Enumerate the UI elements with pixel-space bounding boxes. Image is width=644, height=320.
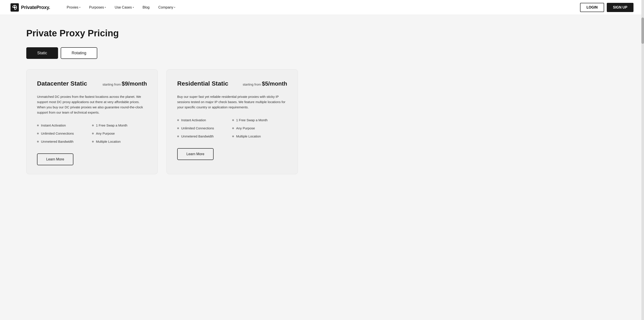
feature-item: Unlimited Connections [37,130,92,137]
card-title: Residential Static [177,80,228,87]
nav-item-proxies[interactable]: Proxies ▾ [63,4,84,11]
residential-learn-more-button[interactable]: Learn More [177,148,214,160]
feature-bullet [177,119,179,121]
login-button[interactable]: LOGIN [580,3,604,12]
feature-bullet [232,119,234,121]
logo-text: PrivateProxy. [21,4,50,10]
nav-auth: LOGIN SIGN UP [580,3,634,12]
rotating-toggle-button[interactable]: Rotating [61,47,97,59]
feature-item: 1 Free Swap a Month [92,122,147,128]
feature-item: Instant Activation [177,117,232,123]
feature-item: Any Purpose [232,125,287,131]
price-amount: $9/month [122,80,147,87]
scrollbar[interactable] [641,0,644,192]
feature-bullet [92,125,94,126]
nav-item-blog[interactable]: Blog [139,4,153,11]
logo-icon [10,3,19,11]
feature-bullet [177,127,179,129]
proxy-type-toggle: Static Rotating [26,47,298,59]
feature-item: Instant Activation [37,122,92,128]
feature-bullet [37,133,39,134]
static-toggle-button[interactable]: Static [26,47,58,59]
pricing-cards-grid: Datacenter Static starting from $9/month… [26,69,298,174]
feature-item: 1 Free Swap a Month [232,117,287,123]
navbar: PrivateProxy. Proxies ▾ Purposes ▾ Use C… [0,0,644,15]
feature-bullet [232,127,234,129]
chevron-down-icon: ▾ [174,6,175,8]
price-amount: $5/month [262,80,287,87]
card-header: Datacenter Static starting from $9/month [37,80,147,87]
residential-static-card: Residential Static starting from $5/mont… [166,69,298,174]
feature-bullet [92,141,94,142]
nav-links: Proxies ▾ Purposes ▾ Use Cases ▾ Blog Co… [63,4,580,11]
card-description: Unmatched DC proxies from the fastest lo… [37,94,147,115]
chevron-down-icon: ▾ [79,6,80,8]
feature-item: Multiple Location [232,133,287,139]
logo-link[interactable]: PrivateProxy. [10,3,50,11]
card-price: starting from $5/month [243,80,287,87]
signup-button[interactable]: SIGN UP [607,3,634,12]
chevron-down-icon: ▾ [105,6,106,8]
card-title: Datacenter Static [37,80,87,87]
feature-bullet [37,125,39,126]
features-list: Instant Activation 1 Free Swap a Month U… [177,117,287,139]
feature-bullet [232,135,234,137]
card-description: Buy our super fast yet reliable resident… [177,94,287,110]
scrollbar-thumb[interactable] [641,17,644,44]
nav-item-company[interactable]: Company ▾ [155,4,179,11]
nav-item-purposes[interactable]: Purposes ▾ [86,4,110,11]
chevron-down-icon: ▾ [133,6,134,8]
card-price: starting from $9/month [102,80,147,87]
main-content: Private Proxy Pricing Static Rotating Da… [0,15,324,192]
starting-from-label: starting from [102,82,121,86]
starting-from-label: starting from [243,82,261,86]
feature-item: Unmetered Bandwidth [37,138,92,145]
feature-bullet [92,133,94,134]
datacenter-learn-more-button[interactable]: Learn More [37,153,74,165]
nav-item-usecases[interactable]: Use Cases ▾ [111,4,137,11]
page-title: Private Proxy Pricing [26,28,298,38]
card-header: Residential Static starting from $5/mont… [177,80,287,87]
feature-item: Any Purpose [92,130,147,137]
datacenter-static-card: Datacenter Static starting from $9/month… [26,69,158,174]
feature-bullet [177,135,179,137]
feature-item: Multiple Location [92,138,147,145]
features-list: Instant Activation 1 Free Swap a Month U… [37,122,147,145]
feature-bullet [37,141,39,142]
feature-item: Unmetered Bandwidth [177,133,232,139]
feature-item: Unlimited Connections [177,125,232,131]
